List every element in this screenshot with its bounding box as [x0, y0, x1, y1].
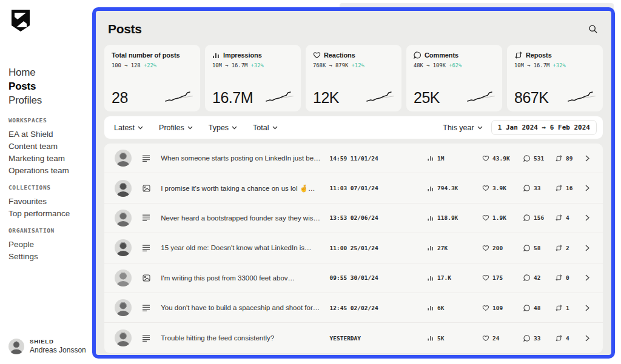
text-post-icon — [142, 335, 150, 342]
impressions-stat: 6K — [428, 305, 482, 311]
sidebar-item-ea-at-shield[interactable]: EA at Shield — [8, 128, 69, 141]
sidebar-item-people[interactable]: People — [8, 239, 55, 251]
chevron-right-icon[interactable] — [585, 214, 589, 221]
post-type — [132, 305, 161, 311]
filter-dropdown-label: Profiles — [159, 124, 184, 132]
post-row[interactable]: I'm writing this post from 33000 feet ab… — [104, 263, 603, 293]
chevron-right-icon[interactable] — [585, 335, 589, 342]
period-dropdown[interactable]: This year — [443, 124, 482, 132]
reactions-value: 24 — [492, 335, 499, 342]
sidebar-section-collections: COLLECTIONS Favourites Top performance — [8, 184, 70, 220]
stat-card-value: 16.7M — [212, 89, 253, 107]
repost-icon — [555, 274, 563, 281]
search-icon[interactable] — [586, 22, 600, 36]
post-timestamp: YESTERDAY — [330, 335, 396, 342]
impressions-stat: 794.3K — [428, 185, 482, 191]
stat-cards: Total number of posts 100 → 128 +22% 28 … — [104, 45, 603, 111]
filter-dropdown-types[interactable]: Types — [209, 124, 237, 132]
bar-chart-icon — [428, 185, 434, 191]
post-row[interactable]: Never heard a bootstrapped founder say t… — [104, 204, 603, 233]
stat-card-value: 28 — [112, 89, 128, 107]
impressions-value: 17.K — [437, 274, 451, 281]
bar-chart-icon — [212, 51, 220, 59]
reactions-stat: 3.9K — [482, 185, 523, 191]
impressions-stat: 5K — [428, 335, 482, 342]
stat-card-header: Total number of posts — [112, 51, 193, 59]
stat-card-range: 768K → 879K +12% — [313, 62, 394, 68]
delta-text: +62% — [449, 62, 462, 68]
post-row[interactable]: I promise it's worth taking a chance on … — [104, 173, 603, 203]
post-type — [132, 335, 161, 342]
chevron-right-icon[interactable] — [585, 245, 589, 251]
reposts-stat: 0 — [555, 274, 585, 281]
sidebar-item-top-performance[interactable]: Top performance — [8, 208, 70, 220]
chevron-right-icon[interactable] — [585, 305, 589, 311]
chevron-right-icon[interactable] — [585, 274, 589, 281]
bar-chart-icon — [428, 155, 434, 161]
comments-stat: 48 — [523, 305, 555, 311]
stat-card-reactions[interactable]: Reactions 768K → 879K +12% 12K — [306, 45, 401, 111]
reposts-stat: 16 — [555, 185, 585, 191]
reactions-value: 175 — [492, 274, 503, 281]
comments-value: 48 — [534, 305, 540, 311]
post-type — [132, 274, 161, 282]
impressions-stat: 1M — [428, 155, 482, 162]
filter-dropdown-profiles[interactable]: Profiles — [159, 124, 193, 132]
range-text: 768K → 879K — [313, 62, 348, 68]
post-author-avatar — [115, 239, 132, 256]
impressions-stat: 17.K — [428, 274, 482, 281]
comments-value: 531 — [534, 155, 544, 162]
sidebar-section-workspaces: WORKSPACES EA at Shield Content team Mar… — [8, 117, 69, 177]
post-title: You don't have to build a spaceship and … — [161, 304, 329, 311]
filter-dropdown-label: Types — [209, 124, 229, 132]
sidebar-item-content-team[interactable]: Content team — [8, 141, 69, 153]
comments-value: 42 — [534, 274, 540, 281]
stat-card-impressions[interactable]: Impressions 10M → 16.7M +32% 16.7M — [205, 45, 301, 111]
nav-item-posts[interactable]: Posts — [8, 79, 42, 93]
post-author-avatar — [115, 180, 132, 197]
stat-card-header: Impressions — [212, 51, 294, 59]
post-row[interactable]: When someone starts posting on LinkedIn … — [104, 144, 603, 173]
account-switcher[interactable]: SHIELD Andreas Jonsson — [8, 338, 86, 354]
chevron-right-icon[interactable] — [585, 185, 589, 191]
stat-card-total-number-of-posts[interactable]: Total number of posts 100 → 128 +22% 28 — [104, 45, 200, 111]
filter-dropdown-total[interactable]: Total — [253, 124, 277, 132]
post-type — [132, 245, 161, 251]
sidebar-item-settings[interactable]: Settings — [8, 251, 55, 263]
post-row[interactable]: Trouble hitting the feed consistently? Y… — [104, 323, 603, 352]
reposts-value: 89 — [566, 155, 572, 162]
sidebar-item-operations-team[interactable]: Operations team — [8, 165, 69, 177]
repost-icon — [555, 335, 563, 342]
comment-icon — [523, 155, 531, 162]
filter-dropdown-latest[interactable]: Latest — [114, 124, 143, 132]
repost-icon — [555, 155, 563, 162]
comments-stat: 156 — [523, 214, 555, 221]
stat-card-reposts[interactable]: Reposts 10M → 16.7M +32% 867K — [507, 45, 603, 111]
reactions-value: 43.9K — [492, 155, 510, 162]
post-author-avatar — [115, 270, 132, 286]
stat-card-comments[interactable]: Comments 48K → 109K +62% 25K — [406, 45, 502, 111]
range-text: 100 → 128 — [112, 62, 141, 68]
bar-chart-icon — [428, 335, 434, 341]
heart-icon — [482, 335, 489, 342]
reactions-stat: 109 — [482, 305, 523, 311]
user-org-label: SHIELD — [30, 338, 86, 345]
post-stats: 27K 200 58 2 — [428, 245, 585, 251]
impressions-value: 6K — [437, 305, 444, 311]
post-row[interactable]: 15 year old me: Doesn't know what Linked… — [104, 233, 603, 263]
nav-item-home[interactable]: Home — [8, 65, 42, 79]
sidebar-item-marketing-team[interactable]: Marketing team — [8, 153, 69, 165]
comments-value: 33 — [534, 335, 540, 342]
nav-item-profiles[interactable]: Profiles — [8, 93, 42, 107]
sidebar-item-favourites[interactable]: Favourites — [8, 196, 70, 208]
comments-value: 33 — [534, 185, 540, 191]
stat-card-label: Reposts — [526, 51, 552, 59]
delta-text: +32% — [251, 62, 264, 68]
date-range-picker[interactable]: 1 Jan 2024 → 6 Feb 2024 — [491, 120, 597, 135]
stat-card-label: Impressions — [223, 51, 262, 59]
stat-card-label: Total number of posts — [112, 51, 180, 59]
stat-card-header: Comments — [414, 51, 495, 59]
text-post-icon — [142, 245, 150, 251]
chevron-right-icon[interactable] — [585, 155, 589, 162]
post-row[interactable]: You don't have to build a spaceship and … — [104, 293, 603, 323]
